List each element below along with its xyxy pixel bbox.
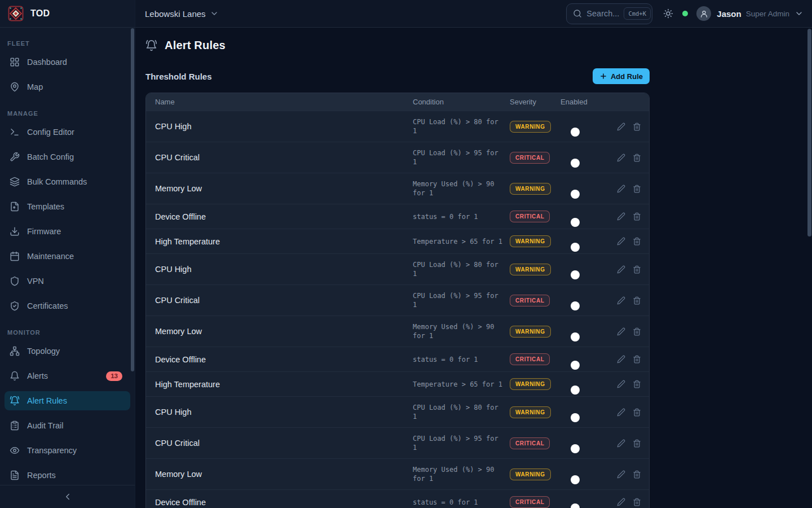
delete-rule-button[interactable] — [633, 470, 641, 479]
sidebar-item-alert-rules[interactable]: Alert Rules — [5, 391, 130, 410]
sidebar-item-bulk-commands[interactable]: Bulk Commands — [5, 172, 130, 191]
sidebar-item-config-editor[interactable]: Config Editor — [5, 122, 130, 142]
edit-rule-button[interactable] — [617, 185, 625, 193]
sidebar-item-transparency[interactable]: Transparency — [5, 441, 130, 460]
edit-rule-button[interactable] — [617, 498, 625, 506]
user-menu-chevron-icon[interactable] — [795, 9, 804, 18]
sidebar-item-label: Batch Config — [27, 152, 74, 161]
section-title: Threshold Rules — [145, 72, 212, 81]
search-icon — [573, 9, 582, 18]
trash-icon — [633, 498, 641, 506]
sidebar-scrollbar[interactable] — [131, 28, 134, 371]
delete-rule-button[interactable] — [633, 212, 641, 221]
sidebar-item-templates[interactable]: Templates — [5, 197, 130, 216]
sidebar: TOD FLEETDashboardMapMANAGEConfig Editor… — [0, 0, 135, 508]
delete-rule-button[interactable] — [633, 237, 641, 246]
nav-section-fleet: FLEETDashboardMap — [0, 40, 135, 97]
row-actions — [616, 296, 649, 305]
sun-icon — [663, 8, 673, 19]
toggle-knob — [571, 243, 580, 252]
toggle-knob — [571, 270, 580, 279]
sidebar-item-audit-trail[interactable]: Audit Trail — [5, 416, 130, 435]
sidebar-item-firmware[interactable]: Firmware — [5, 222, 130, 241]
severity-badge: WARNING — [510, 264, 551, 275]
sidebar-item-maintenance[interactable]: Maintenance — [5, 247, 130, 266]
sidebar-collapse-button[interactable] — [0, 485, 135, 508]
edit-rule-button[interactable] — [617, 408, 625, 417]
wrench-icon — [10, 152, 20, 162]
avatar[interactable] — [696, 6, 711, 21]
status-dot — [682, 11, 688, 16]
rule-name: Device Offline — [155, 355, 413, 364]
delete-rule-button[interactable] — [633, 355, 641, 364]
sidebar-item-vpn[interactable]: VPN — [5, 271, 130, 291]
add-rule-button[interactable]: Add Rule — [593, 68, 650, 84]
rule-condition: Temperature > 65 for 1 — [413, 380, 510, 389]
dashboard-icon — [10, 57, 20, 67]
edit-rule-button[interactable] — [617, 237, 625, 246]
section-header: Threshold Rules Add Rule — [145, 68, 650, 84]
rule-name: High Temperature — [155, 380, 413, 389]
rule-name: CPU High — [155, 122, 413, 131]
delete-rule-button[interactable] — [633, 154, 641, 162]
edit-rule-button[interactable] — [617, 470, 625, 479]
pencil-icon — [617, 470, 625, 479]
trash-icon — [633, 212, 641, 221]
delete-rule-button[interactable] — [633, 408, 641, 417]
sidebar-item-reports[interactable]: Reports — [5, 466, 130, 485]
pencil-icon — [617, 439, 625, 448]
rule-condition: status = 0 for 1 — [413, 212, 510, 221]
chevron-left-icon — [63, 492, 73, 502]
delete-rule-button[interactable] — [633, 296, 641, 305]
sidebar-item-dashboard[interactable]: Dashboard — [5, 52, 130, 72]
rule-condition: Memory Used (%) > 90 for 1 — [413, 465, 510, 483]
rule-condition: CPU Load (%) > 95 for 1 — [413, 291, 510, 309]
user-role: Super Admin — [746, 10, 789, 18]
table-row: Device Offlinestatus = 0 for 1CRITICAL — [146, 204, 649, 229]
edit-rule-button[interactable] — [617, 355, 625, 364]
edit-rule-button[interactable] — [617, 380, 625, 388]
eye-icon — [10, 445, 20, 456]
rule-name: CPU Critical — [155, 153, 413, 162]
delete-rule-button[interactable] — [633, 327, 641, 336]
org-switcher[interactable]: Lebowski Lanes — [145, 9, 219, 19]
sidebar-item-certificates[interactable]: Certificates — [5, 296, 130, 316]
delete-rule-button[interactable] — [633, 185, 641, 193]
edit-rule-button[interactable] — [617, 265, 625, 274]
file-text-icon — [10, 470, 20, 480]
row-actions — [616, 380, 649, 388]
severity-badge: WARNING — [510, 235, 551, 247]
rule-condition: CPU Load (%) > 80 for 1 — [413, 403, 510, 421]
sidebar-item-batch-config[interactable]: Batch Config — [5, 147, 130, 167]
row-actions — [616, 408, 649, 417]
search-input[interactable]: Search... Cmd+K — [566, 3, 652, 24]
theme-toggle-button[interactable] — [663, 8, 673, 19]
delete-rule-button[interactable] — [633, 380, 641, 388]
edit-rule-button[interactable] — [617, 439, 625, 448]
edit-rule-button[interactable] — [617, 327, 625, 336]
delete-rule-button[interactable] — [633, 265, 641, 274]
sidebar-item-alerts[interactable]: Alerts13 — [5, 366, 130, 386]
sidebar-item-label: Config Editor — [27, 128, 74, 137]
sidebar-item-label: Alert Rules — [27, 396, 67, 405]
trash-icon — [633, 408, 641, 417]
table-row: CPU HighCPU Load (%) > 80 for 1WARNING — [146, 253, 649, 284]
trash-icon — [633, 185, 641, 193]
org-name: Lebowski Lanes — [145, 9, 206, 19]
sidebar-item-label: Certificates — [27, 301, 68, 310]
edit-rule-button[interactable] — [617, 122, 625, 131]
column-header-name: Name — [155, 98, 413, 106]
delete-rule-button[interactable] — [633, 122, 641, 131]
brand-name: TOD — [30, 8, 50, 19]
edit-rule-button[interactable] — [617, 154, 625, 162]
delete-rule-button[interactable] — [633, 439, 641, 448]
sidebar-item-topology[interactable]: Topology — [5, 341, 130, 361]
sidebar-item-map[interactable]: Map — [5, 77, 130, 97]
edit-rule-button[interactable] — [617, 296, 625, 305]
trash-icon — [633, 439, 641, 448]
edit-rule-button[interactable] — [617, 212, 625, 221]
toggle-knob — [571, 159, 580, 168]
delete-rule-button[interactable] — [633, 498, 641, 506]
main-scrollbar[interactable] — [807, 29, 811, 237]
search-shortcut-kbd: Cmd+K — [624, 7, 651, 20]
